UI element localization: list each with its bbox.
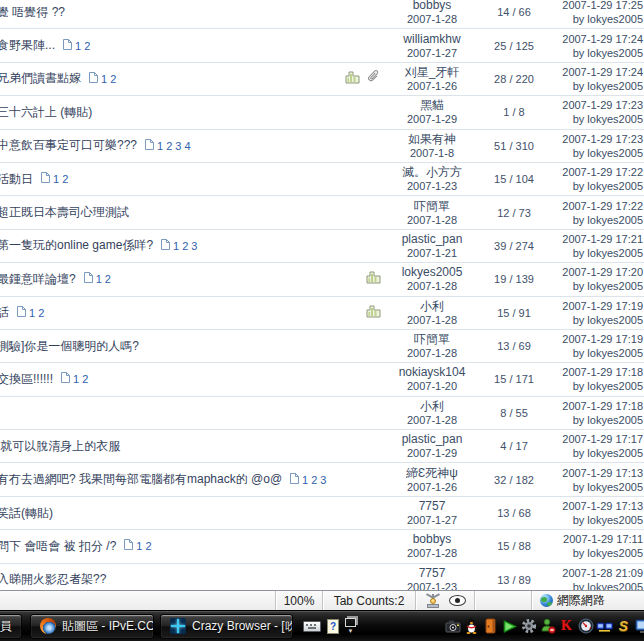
thread-page-link[interactable]: 2: [62, 173, 68, 185]
green-arrow-icon[interactable]: [501, 618, 518, 635]
last-post-by[interactable]: by lokyes2005: [553, 279, 643, 293]
thread-title-link[interactable]: 問下 會唔會 被 扣分 /?: [0, 538, 116, 555]
thread-title-link[interactable]: ,就可以脫清身上的衣服: [0, 438, 120, 455]
last-post-time[interactable]: 2007-1-29 17:18: [553, 365, 643, 379]
thread-author-link[interactable]: bobbys: [389, 532, 475, 546]
last-post-time[interactable]: 2007-1-29 17:23: [553, 98, 643, 112]
thread-title-link[interactable]: 入睇開火影忍者架??: [0, 571, 106, 588]
thread-page-link[interactable]: 2: [311, 474, 317, 486]
last-post-by[interactable]: by lokyes2005: [553, 146, 643, 160]
last-post-by[interactable]: by lokyes2005: [553, 213, 643, 227]
thread-author-link[interactable]: 7757: [389, 499, 475, 513]
thread-author-link[interactable]: 刈星_牙軒: [389, 65, 475, 79]
thread-title-link[interactable]: 三十六計上 (轉貼): [0, 104, 92, 121]
thread-page-link[interactable]: 2: [145, 540, 151, 552]
last-post-by[interactable]: by lokyes2005: [553, 313, 643, 327]
thread-author-link[interactable]: 7757: [389, 566, 475, 580]
thread-title-link[interactable]: 交換區!!!!!!: [0, 371, 53, 388]
s-badge-icon[interactable]: S: [615, 618, 632, 635]
last-post-by[interactable]: by lokyes2005: [553, 246, 643, 260]
last-post-time[interactable]: 2007-1-29 17:22: [553, 199, 643, 213]
thread-page-link[interactable]: 1: [101, 73, 107, 85]
thread-page-link[interactable]: 1: [53, 173, 59, 185]
last-post-by[interactable]: by lokyes2005: [553, 580, 643, 590]
taskbar-button-partial[interactable]: 員: [0, 614, 22, 639]
toolbar-chevron-icon[interactable]: ▼: [345, 618, 356, 634]
last-post-by[interactable]: by lokyes2005: [553, 513, 643, 527]
last-post-time[interactable]: 2007-1-29 17:19: [553, 299, 643, 313]
last-post-time[interactable]: 2007-1-29 17:25: [553, 0, 643, 12]
thread-page-link[interactable]: 2: [84, 40, 90, 52]
thread-title-link[interactable]: 食野果陣...: [0, 37, 55, 54]
thread-page-link[interactable]: 2: [110, 73, 116, 85]
last-post-by[interactable]: by lokyes2005: [553, 79, 643, 93]
gear-icon[interactable]: [520, 618, 537, 635]
last-post-time[interactable]: 2007-1-29 17:23: [553, 132, 643, 146]
last-post-time[interactable]: 2007-1-29 17:13: [553, 499, 643, 513]
last-post-by[interactable]: by lokyes2005: [553, 446, 643, 460]
thread-author-link[interactable]: 滅。小方方: [389, 165, 475, 179]
thread-author-link[interactable]: 小利: [389, 399, 475, 413]
thread-title-link[interactable]: 測驗]你是一個聰明的人嗎?: [0, 338, 139, 355]
last-post-by[interactable]: by lokyes2005: [553, 112, 643, 126]
last-post-by[interactable]: by lokyes2005: [553, 179, 643, 193]
thread-page-link[interactable]: 2: [182, 240, 188, 252]
thread-title-link[interactable]: 話: [0, 304, 9, 321]
taskbar-button-firefox[interactable]: 貼圖區 - IPvE.COM ...: [30, 614, 154, 639]
thread-page-link[interactable]: 2: [82, 373, 88, 385]
partial-monitor-icon[interactable]: [634, 618, 644, 635]
last-post-time[interactable]: 2007-1-28 21:09: [553, 566, 643, 580]
thread-page-link[interactable]: 1: [157, 140, 163, 152]
thread-author-link[interactable]: bobbys: [389, 0, 475, 12]
thread-page-link[interactable]: 2: [105, 273, 111, 285]
last-post-by[interactable]: by lokyes2005: [553, 480, 643, 494]
thread-author-link[interactable]: 黑貓: [389, 98, 475, 112]
camera-icon[interactable]: [444, 618, 461, 635]
last-post-time[interactable]: 2007-1-29 17:17: [553, 432, 643, 446]
kaspersky-icon[interactable]: K: [558, 618, 575, 635]
thread-author-link[interactable]: 吓簡單: [389, 199, 475, 213]
last-post-time[interactable]: 2007-1-29 17:21: [553, 232, 643, 246]
last-post-time[interactable]: 2007-1-29 17:19: [553, 332, 643, 346]
last-post-by[interactable]: by lokyes2005: [553, 12, 643, 26]
thread-author-link[interactable]: 吓簡單: [389, 332, 475, 346]
proxy-icon[interactable]: [425, 594, 441, 608]
thread-author-link[interactable]: plastic_pan: [389, 232, 475, 246]
thread-title-link[interactable]: 超正既日本壽司心理測試: [0, 204, 129, 221]
last-post-time[interactable]: 2007-1-29 17:20: [553, 265, 643, 279]
thread-author-link[interactable]: williamkhw: [389, 32, 475, 46]
thread-author-link[interactable]: lokyes2005: [389, 265, 475, 279]
thread-page-link[interactable]: 3: [175, 140, 181, 152]
last-post-time[interactable]: 2007-1-29 17:18: [553, 399, 643, 413]
door-icon[interactable]: [482, 618, 499, 635]
qq-penguin-icon[interactable]: [463, 618, 480, 635]
thread-page-link[interactable]: 4: [184, 140, 190, 152]
thread-page-link[interactable]: 3: [191, 240, 197, 252]
thread-page-link[interactable]: 2: [166, 140, 172, 152]
ime-help-icon[interactable]: ?: [327, 619, 339, 634]
thread-author-link[interactable]: plastic_pan: [389, 432, 475, 446]
thread-title-link[interactable]: 活動日: [0, 171, 33, 188]
last-post-time[interactable]: 2007-1-29 17:13: [553, 466, 643, 480]
thread-author-link[interactable]: 締Ɛ死神ψ: [389, 466, 475, 480]
last-post-time[interactable]: 2007-1-29 17:24: [553, 32, 643, 46]
last-post-time[interactable]: 2007-1-29 17:22: [553, 165, 643, 179]
thread-title-link[interactable]: 有冇去過網吧? 我果間每部電腦都有maphack的 @o@: [0, 471, 282, 488]
thread-title-link[interactable]: 笑話(轉貼): [0, 505, 53, 522]
thread-page-link[interactable]: 1: [136, 540, 142, 552]
keyboard-icon[interactable]: [303, 621, 321, 632]
thread-page-link[interactable]: 1: [73, 373, 79, 385]
thread-author-link[interactable]: nokiaysk104: [389, 365, 475, 379]
thread-title-link[interactable]: 覺 唔覺得 ??: [0, 4, 65, 21]
person-status-icon[interactable]: [539, 618, 556, 635]
last-post-by[interactable]: by lokyes2005: [553, 346, 643, 360]
thread-title-link[interactable]: 兄弟們讀書點嫁: [0, 70, 81, 87]
last-post-by[interactable]: by lokyes2005: [553, 546, 643, 560]
last-post-by[interactable]: by lokyes2005: [553, 46, 643, 60]
thread-page-link[interactable]: 1: [302, 474, 308, 486]
thread-page-link[interactable]: 1: [75, 40, 81, 52]
last-post-time[interactable]: 2007-1-29 17:24: [553, 65, 643, 79]
thread-title-link[interactable]: 最鍾意咩論壇?: [0, 271, 76, 288]
thread-title-link[interactable]: 中意飲百事定可口可樂???: [0, 137, 137, 154]
thread-author-link[interactable]: 小利: [389, 299, 475, 313]
